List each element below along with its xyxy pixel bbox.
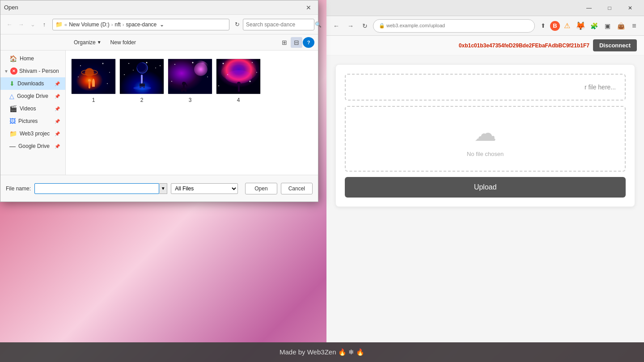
sidebar-item-downloads[interactable]: ⬇ Downloads 📌 bbox=[0, 77, 65, 90]
sidebar-item-web3[interactable]: 📁 Web3 projec 📌 bbox=[0, 127, 65, 140]
share-icon[interactable]: ⬆ bbox=[537, 20, 549, 32]
web3-pin-icon: 📌 bbox=[55, 131, 60, 136]
open-button[interactable]: Open bbox=[245, 183, 277, 194]
view-details-button[interactable]: ⊟ bbox=[291, 37, 302, 48]
svg-point-16 bbox=[128, 63, 129, 64]
downloads-pin-icon: 📌 bbox=[55, 81, 60, 86]
sidebar-item-pictures[interactable]: 🖼 Pictures 📌 bbox=[0, 115, 65, 127]
browser-close-button[interactable]: ✕ bbox=[620, 0, 640, 16]
breadcrumb-current[interactable]: space-dance bbox=[126, 21, 157, 28]
organize-button[interactable]: Organize ▼ bbox=[70, 37, 105, 48]
file-thumbnail-1 bbox=[71, 59, 116, 94]
file-name-1: 1 bbox=[92, 97, 95, 103]
upload-card: r file here... ☁ No file chosen Upload bbox=[335, 64, 635, 207]
sidebar-pictures-label: Pictures bbox=[18, 118, 52, 124]
breadcrumb-dropdown[interactable]: ⌄ bbox=[158, 21, 165, 28]
filetype-select[interactable]: All Files Image Files All Files (*.*) bbox=[171, 183, 238, 194]
svg-point-11 bbox=[140, 77, 144, 81]
shield-warning-icon[interactable]: ⚠ bbox=[561, 20, 573, 32]
file-open-dialog: Open ✕ ← → ⌄ ↑ 📁 « New Volume (D:) › nft… bbox=[0, 0, 318, 202]
filename-input[interactable] bbox=[34, 183, 159, 194]
breadcrumb-sep2: › bbox=[111, 22, 113, 27]
file-item-4[interactable]: 4 bbox=[216, 56, 261, 106]
svg-point-41 bbox=[250, 81, 251, 82]
home-icon: 🏠 bbox=[9, 55, 17, 62]
dialog-back-button[interactable]: ← bbox=[4, 19, 15, 30]
dialog-main-area[interactable]: 1 bbox=[66, 51, 318, 175]
dialog-breadcrumb[interactable]: 📁 « New Volume (D:) › nft › space-dance … bbox=[52, 19, 229, 30]
filename-dropdown-button[interactable]: ▼ bbox=[159, 183, 167, 194]
dialog-up-button[interactable]: ↑ bbox=[39, 19, 50, 30]
dialog-footer: File name: ▼ All Files Image Files All F… bbox=[0, 175, 318, 202]
file-name-2: 2 bbox=[140, 97, 144, 103]
svg-point-39 bbox=[252, 62, 253, 63]
menu-icon[interactable]: ≡ bbox=[628, 20, 640, 32]
svg-point-44 bbox=[237, 82, 241, 85]
profile-icon[interactable]: 🦊 bbox=[574, 20, 587, 32]
view-grid-button[interactable]: ⊞ bbox=[279, 37, 290, 48]
no-file-label: No file chosen bbox=[467, 151, 504, 157]
browser-refresh-button[interactable]: ↻ bbox=[359, 20, 371, 32]
svg-point-38 bbox=[223, 63, 224, 64]
view-help-button[interactable]: ? bbox=[303, 37, 314, 48]
extensions-icon[interactable]: 🧩 bbox=[588, 20, 600, 32]
svg-point-32 bbox=[192, 62, 194, 63]
svg-point-3 bbox=[80, 65, 81, 66]
minimize-button[interactable]: — bbox=[579, 0, 599, 16]
browser-toolbar-icons: ⬆ B ⚠ 🦊 🧩 ▣ 👜 ≡ bbox=[537, 20, 640, 32]
file-item-1[interactable]: 1 bbox=[71, 56, 116, 106]
sidebar-item-google-drive[interactable]: △ Google Drive 📌 bbox=[0, 90, 65, 102]
browser-toolbar: ← → ↻ 🔒 web3.example.com/upload ⬆ B ⚠ 🦊 … bbox=[326, 16, 644, 36]
organize-dropdown-icon: ▼ bbox=[97, 40, 102, 45]
maximize-button[interactable]: □ bbox=[599, 0, 620, 16]
sidebar-user-label: Shivam - Person bbox=[19, 68, 62, 74]
breadcrumb-volume[interactable]: New Volume (D:) bbox=[69, 21, 110, 28]
dialog-titlebar: Open ✕ bbox=[0, 0, 318, 15]
svg-point-23 bbox=[137, 63, 146, 72]
drive2-pin-icon: 📌 bbox=[55, 144, 60, 149]
breadcrumb-folder-icon: 📁 bbox=[55, 21, 63, 28]
sidebar-item-videos[interactable]: 🎬 Videos 📌 bbox=[0, 102, 65, 115]
breadcrumb-refresh-button[interactable]: ↻ bbox=[232, 20, 242, 29]
videos-icon: 🎬 bbox=[9, 105, 17, 112]
file-zone[interactable]: ☁ No file chosen bbox=[345, 106, 626, 172]
dialog-action-buttons: Open Cancel bbox=[245, 183, 313, 194]
new-folder-button[interactable]: New folder bbox=[107, 37, 140, 48]
sidebar-item-google-drive-2[interactable]: — Google Drive 📌 bbox=[0, 140, 65, 152]
sidebar-user-section[interactable]: ▼ ✕ Shivam - Person bbox=[0, 65, 65, 77]
dialog-forward-button[interactable]: → bbox=[16, 19, 26, 30]
svg-rect-45 bbox=[238, 85, 240, 92]
wallet-icon[interactable]: 👜 bbox=[614, 20, 627, 32]
dialog-close-button[interactable]: ✕ bbox=[303, 2, 314, 13]
upload-button[interactable]: Upload bbox=[345, 177, 626, 198]
dialog-dropdown-button[interactable]: ⌄ bbox=[27, 19, 38, 30]
sidebar-web3-label: Web3 projec bbox=[20, 130, 52, 137]
browser-titlebar: — □ ✕ bbox=[326, 0, 644, 16]
sidebar-toggle-icon[interactable]: ▣ bbox=[601, 20, 614, 32]
drop-zone[interactable]: r file here... bbox=[345, 74, 626, 101]
webpage-area: — □ ✕ ← → ↻ 🔒 web3.example.com/upload ⬆ … bbox=[326, 0, 644, 342]
dialog-search-input[interactable] bbox=[246, 21, 313, 28]
pictures-pin-icon: 📌 bbox=[55, 119, 60, 124]
file-item-2[interactable]: 2 bbox=[119, 56, 164, 106]
svg-point-9 bbox=[85, 68, 94, 77]
file-item-3[interactable]: 3 bbox=[168, 56, 212, 106]
browser-back-button[interactable]: ← bbox=[330, 20, 343, 32]
dialog-search-box[interactable]: 🔍 bbox=[243, 19, 314, 30]
browser-forward-button[interactable]: → bbox=[344, 20, 357, 32]
cancel-button[interactable]: Cancel bbox=[281, 183, 313, 194]
disconnect-button[interactable]: Disconnect bbox=[593, 39, 637, 51]
filename-input-wrapper: ▼ bbox=[34, 183, 167, 194]
dialog-sidebar: 🏠 Home ▼ ✕ Shivam - Person ⬇ Downloads 📌… bbox=[0, 51, 66, 175]
wallet-bar: 0xb1c01b3e47354feD29Bde2FEbaFAdbBC9f21b1… bbox=[326, 36, 644, 55]
cloud-upload-icon: ☁ bbox=[474, 120, 496, 146]
svg-point-42 bbox=[256, 72, 257, 73]
address-text: 🔒 web3.example.com/upload bbox=[379, 23, 445, 29]
browser-address-bar[interactable]: 🔒 web3.example.com/upload bbox=[373, 19, 535, 33]
breadcrumb-nft[interactable]: nft bbox=[115, 21, 121, 28]
svg-point-18 bbox=[155, 67, 156, 68]
view-buttons: ⊞ ⊟ ? bbox=[279, 37, 314, 48]
sidebar-item-home[interactable]: 🏠 Home bbox=[0, 52, 65, 65]
pictures-icon: 🖼 bbox=[9, 118, 16, 125]
svg-rect-27 bbox=[183, 85, 185, 91]
